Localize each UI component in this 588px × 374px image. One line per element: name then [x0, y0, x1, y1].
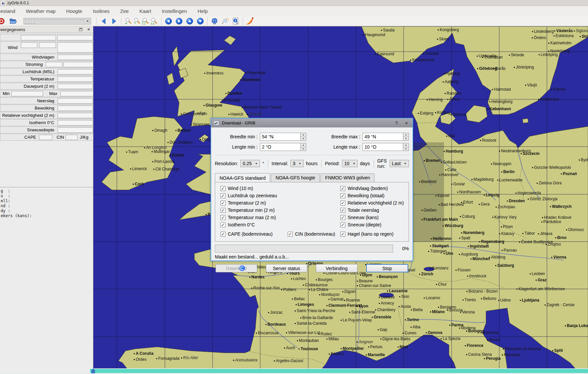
checkbox-bewolking-totaal-[interactable]: ✓Bewolking (totaal): [340, 193, 384, 199]
checkbox-sneeuw-diepte-[interactable]: ✓Sneeuw (diepte): [340, 222, 381, 228]
gfs-run-select[interactable]: Last▼: [390, 160, 409, 167]
breedte-max-label: Breedte max :: [312, 134, 363, 139]
timeline-bar[interactable]: [90, 369, 588, 373]
status-text: Maakt een bestand... geduld a.u.b...: [215, 254, 409, 259]
lengte-max-field[interactable]: 10 °O ▲▼: [363, 143, 409, 151]
dialog-titlebar[interactable]: Download - GRIB ? ×: [211, 118, 413, 127]
rocket-icon[interactable]: [246, 17, 254, 25]
open-file-icon[interactable]: [9, 17, 18, 25]
breedte-max-field[interactable]: 49 °N ▲▼: [363, 133, 409, 141]
dock-close-icon[interactable]: ✕: [87, 28, 90, 31]
checkbox-totale-neerslag[interactable]: ✓Totale neerslag: [340, 207, 379, 213]
menu-item-instellingen[interactable]: Instellingen: [157, 8, 192, 14]
globe-icon[interactable]: [210, 17, 219, 25]
checkbox-box[interactable]: ✓: [340, 215, 345, 220]
checkbox-box[interactable]: ✓: [220, 201, 225, 206]
info-icon[interactable]: i: [231, 17, 240, 25]
checkbox-box[interactable]: ✓: [340, 201, 345, 206]
map-city-label: Udine: [498, 298, 511, 302]
checkbox-temperatuur-min-2-m-[interactable]: ✓Temperatuur min (2 m): [220, 207, 275, 213]
checkbox-box[interactable]: ✓: [340, 193, 345, 198]
map-city-label: Hannover: [439, 173, 459, 177]
sidebar-row-stroming: Stroming: [0, 61, 93, 68]
spinner-buttons[interactable]: ▲▼: [300, 133, 306, 140]
zoom-fit-icon[interactable]: [141, 17, 150, 25]
checkbox-box[interactable]: ✓: [220, 193, 225, 198]
menu-item-zee[interactable]: Zee: [115, 8, 134, 14]
pan-right-icon[interactable]: [175, 17, 183, 25]
menu-item-isolines[interactable]: Isolines: [87, 8, 115, 14]
quit-icon[interactable]: [0, 17, 6, 25]
zoom-1-1-icon[interactable]: 1:1: [150, 17, 159, 25]
dialog-close-button[interactable]: ×: [402, 120, 413, 126]
menu-item-hoogte[interactable]: Hoogte: [61, 8, 87, 14]
checkbox-box[interactable]: ✓: [340, 222, 345, 227]
map-city-label: Nuremberg: [461, 231, 484, 235]
checkbox-temperatuur-2-m-[interactable]: ✓Temperatuur (2 m): [220, 200, 266, 206]
map-city-label: Århus: [447, 97, 460, 101]
checkbox-box[interactable]: ✓: [220, 215, 225, 220]
period-select[interactable]: 10▼: [342, 160, 358, 167]
verbinding-button[interactable]: Verbinding: [316, 264, 358, 272]
map-city-label: Omagh: [152, 128, 167, 132]
timeline-strip: [0, 368, 588, 374]
back-icon[interactable]: [99, 17, 108, 25]
map-city-label: Zschopau: [496, 205, 515, 209]
server-status-button[interactable]: Server status: [266, 264, 308, 272]
breedte-min-field[interactable]: 54 °N ▲▼: [260, 133, 306, 141]
map-city-label: Hoyerswerda: [515, 191, 541, 195]
checkbox-cape-bodemniveau-[interactable]: ✓CAPE (bodemniveau): [220, 231, 272, 237]
menu-item-help[interactable]: Help: [192, 8, 213, 14]
tab-noaa-gfs-standaard[interactable]: NOAA-GFS standaard: [215, 173, 270, 182]
spinner-buttons[interactable]: ▲▼: [403, 133, 409, 140]
interval-select[interactable]: 3▼: [290, 160, 304, 167]
stop-button[interactable]: Stop: [366, 264, 409, 272]
menu-item-estand[interactable]: estand: [0, 8, 21, 14]
checkbox-cin-bodemniveau-[interactable]: ✓CIN (bodemniveau): [288, 231, 335, 237]
tab-noaa-gfs-hoogte[interactable]: NOAA-GFS hoogte: [271, 173, 320, 182]
map-city-label: Spalt: [459, 236, 470, 240]
zoom-out-icon[interactable]: −: [133, 17, 141, 25]
checkbox-temperatuur-max-2-m-[interactable]: ✓Temperatuur max (2 m): [220, 214, 276, 220]
checkbox-relatieve-vochtigheid-2-m-[interactable]: ✓Relatieve vochtigheid (2 m): [340, 200, 404, 206]
spinner-buttons[interactable]: ▲▼: [403, 143, 409, 151]
checkbox-box[interactable]: ✓: [288, 232, 293, 237]
checkbox-box[interactable]: ✓: [340, 208, 345, 213]
checkbox-wind-10-m-[interactable]: ✓Wind (10 m): [220, 185, 253, 191]
date-selector-combo[interactable]: - - - - - - - - - - - - - - - - - - - - …: [24, 18, 91, 24]
dialog-help-button[interactable]: ?: [391, 120, 402, 126]
spinner-buttons[interactable]: ▲▼: [300, 143, 306, 151]
map-city-label: Rodez: [318, 332, 332, 336]
map-city-label: Graz: [536, 278, 547, 282]
connection-icon[interactable]: [221, 17, 229, 25]
checkbox-box[interactable]: ✓: [220, 208, 225, 213]
map-city-label: Macerata: [502, 353, 520, 357]
checkbox-box[interactable]: ✓: [220, 222, 225, 227]
checkbox-windvlaag-bodem-[interactable]: ✓Windvlaag (bodem): [340, 185, 388, 191]
checkbox-luchtdruk-op-zeeniveau[interactable]: ✓Luchtdruk op zeeniveau: [220, 193, 277, 199]
download-button[interactable]: Download: [216, 264, 257, 272]
map-city-label: Toulouse: [299, 347, 318, 351]
lengte-min-field[interactable]: 2 °O ▲▼: [260, 143, 306, 151]
checkbox-label: Bewolking (totaal): [348, 193, 384, 198]
pan-left-icon[interactable]: [164, 17, 173, 25]
console-line: dy :: [1, 209, 93, 213]
tab-fnmoc-ww3-golven[interactable]: FNMOC-WW3 golven: [320, 173, 374, 182]
pan-down-icon[interactable]: [196, 17, 205, 25]
checkbox-box[interactable]: ✓: [340, 186, 345, 191]
menu-item-weather-map[interactable]: Weather map: [21, 8, 61, 14]
checkbox-box[interactable]: ✓: [340, 232, 345, 237]
map-city-label: Egersund: [375, 52, 394, 56]
checkbox-isotherm-0-c[interactable]: ✓Isotherm 0°C: [220, 222, 255, 228]
map-city-label: Alba: [411, 325, 420, 329]
forward-icon[interactable]: [110, 17, 119, 25]
checkbox-box[interactable]: ✓: [220, 186, 225, 191]
zoom-in-icon[interactable]: +: [124, 17, 133, 25]
checkbox-hagel-kans-op-regen-[interactable]: ✓Hagel (kans op regen): [340, 231, 394, 237]
checkbox-sneeuw-kans-[interactable]: ✓Sneeuw (kans): [340, 214, 378, 220]
pan-up-icon[interactable]: [185, 17, 194, 25]
menu-item-kaart[interactable]: Kaart: [134, 8, 157, 14]
resolution-select[interactable]: 0.25▼: [240, 160, 260, 167]
dock-float-icon[interactable]: [79, 28, 82, 31]
checkbox-box[interactable]: ✓: [220, 232, 225, 237]
